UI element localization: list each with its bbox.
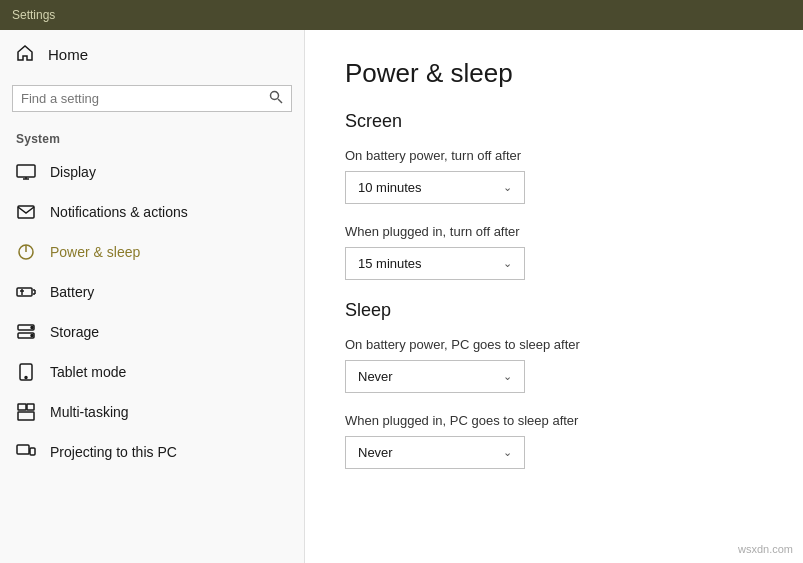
svg-point-0 xyxy=(271,92,279,100)
battery-screen-value: 10 minutes xyxy=(358,180,422,195)
battery-sleep-value: Never xyxy=(358,369,393,384)
battery-screen-chevron: ⌄ xyxy=(503,181,512,194)
battery-label: Battery xyxy=(50,284,94,300)
plugged-screen-value: 15 minutes xyxy=(358,256,422,271)
svg-point-16 xyxy=(31,327,33,329)
plugged-screen-chevron: ⌄ xyxy=(503,257,512,270)
sleep-section-heading: Sleep xyxy=(345,300,763,321)
svg-point-19 xyxy=(25,377,27,379)
plugged-sleep-chevron: ⌄ xyxy=(503,446,512,459)
svg-rect-22 xyxy=(18,412,34,420)
plugged-sleep-label: When plugged in, PC goes to sleep after xyxy=(345,413,763,428)
page-title: Power & sleep xyxy=(345,58,763,89)
sidebar-item-power[interactable]: Power & sleep xyxy=(0,232,304,272)
svg-rect-21 xyxy=(27,404,34,410)
svg-rect-24 xyxy=(30,448,35,455)
multitasking-label: Multi-tasking xyxy=(50,404,129,420)
svg-rect-5 xyxy=(18,206,34,218)
plugged-screen-dropdown[interactable]: 15 minutes ⌄ xyxy=(345,247,525,280)
notifications-label: Notifications & actions xyxy=(50,204,188,220)
plugged-screen-label: When plugged in, turn off after xyxy=(345,224,763,239)
notifications-icon xyxy=(16,202,36,222)
svg-point-17 xyxy=(31,335,33,337)
search-button[interactable] xyxy=(269,90,283,107)
plugged-sleep-value: Never xyxy=(358,445,393,460)
search-box xyxy=(12,85,292,112)
battery-sleep-label: On battery power, PC goes to sleep after xyxy=(345,337,763,352)
tablet-label: Tablet mode xyxy=(50,364,126,380)
sidebar: Home System Display xyxy=(0,30,305,563)
home-icon xyxy=(16,44,34,65)
power-label: Power & sleep xyxy=(50,244,140,260)
plugged-sleep-dropdown[interactable]: Never ⌄ xyxy=(345,436,525,469)
sidebar-item-battery[interactable]: Battery xyxy=(0,272,304,312)
sidebar-item-display[interactable]: Display xyxy=(0,152,304,192)
titlebar: Settings xyxy=(0,0,803,30)
battery-screen-dropdown[interactable]: 10 minutes ⌄ xyxy=(345,171,525,204)
svg-line-1 xyxy=(278,99,282,103)
display-icon xyxy=(16,162,36,182)
tablet-icon xyxy=(16,362,36,382)
sidebar-item-projecting[interactable]: Projecting to this PC xyxy=(0,432,304,472)
svg-rect-2 xyxy=(17,165,35,177)
system-section-label: System xyxy=(0,124,304,152)
multitasking-icon xyxy=(16,402,36,422)
sidebar-item-home[interactable]: Home xyxy=(0,30,304,79)
storage-icon xyxy=(16,322,36,342)
projecting-label: Projecting to this PC xyxy=(50,444,177,460)
display-label: Display xyxy=(50,164,96,180)
sidebar-item-multitasking[interactable]: Multi-tasking xyxy=(0,392,304,432)
storage-label: Storage xyxy=(50,324,99,340)
watermark: wsxdn.com xyxy=(738,543,793,555)
sidebar-item-tablet[interactable]: Tablet mode xyxy=(0,352,304,392)
battery-sleep-chevron: ⌄ xyxy=(503,370,512,383)
battery-icon xyxy=(16,282,36,302)
battery-sleep-dropdown[interactable]: Never ⌄ xyxy=(345,360,525,393)
titlebar-label: Settings xyxy=(12,8,55,22)
app-container: Home System Display xyxy=(0,30,803,563)
main-content: Power & sleep Screen On battery power, t… xyxy=(305,30,803,563)
svg-rect-8 xyxy=(17,288,32,296)
home-label: Home xyxy=(48,46,88,63)
power-icon xyxy=(16,242,36,262)
svg-rect-20 xyxy=(18,404,26,410)
search-input[interactable] xyxy=(21,91,269,106)
battery-screen-label: On battery power, turn off after xyxy=(345,148,763,163)
projecting-icon xyxy=(16,442,36,462)
sidebar-item-storage[interactable]: Storage xyxy=(0,312,304,352)
screen-section-heading: Screen xyxy=(345,111,763,132)
sidebar-item-notifications[interactable]: Notifications & actions xyxy=(0,192,304,232)
svg-rect-23 xyxy=(17,445,29,454)
